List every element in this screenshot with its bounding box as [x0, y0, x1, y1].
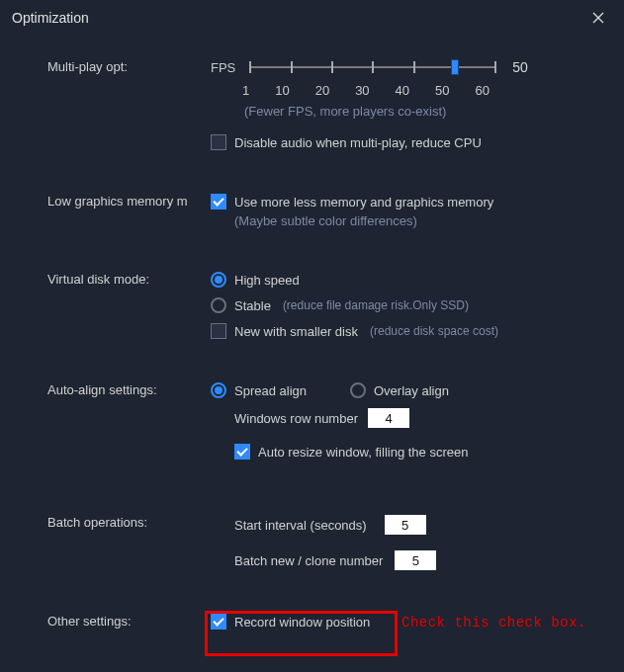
vdisk-high-radio[interactable]: High speed — [211, 272, 614, 288]
titlebar: Optimization — [0, 0, 624, 36]
checkbox-icon[interactable] — [211, 614, 226, 630]
vdisk-newsmall-hint: (reduce disk space cost) — [370, 324, 498, 338]
lowgfx-section: Low graphics memory m Use more less memo… — [47, 194, 614, 228]
align-section: Auto-align settings: Spread align Overla… — [47, 382, 614, 460]
lowgfx-hint: (Maybe subtle color differences) — [234, 213, 614, 228]
record-position-label: Record window position — [234, 615, 370, 630]
radio-icon[interactable] — [350, 382, 366, 398]
align-spread-radio[interactable]: Spread align — [211, 382, 307, 398]
vdisk-newsmall-checkbox[interactable]: New with smaller disk (reduce disk space… — [211, 323, 614, 339]
batch-label: Batch operations: — [47, 515, 211, 530]
radio-icon[interactable] — [211, 297, 226, 313]
other-label: Other settings: — [47, 614, 211, 629]
lowgfx-checkbox[interactable]: Use more less memory and graphics memory — [211, 194, 614, 210]
checkbox-icon[interactable] — [211, 134, 226, 150]
autoresize-checkbox[interactable]: Auto resize window, filling the screen — [234, 444, 614, 460]
align-label: Auto-align settings: — [47, 382, 211, 397]
radio-icon[interactable] — [211, 272, 226, 288]
window-title: Optimization — [12, 10, 584, 26]
align-overlay-label: Overlay align — [374, 383, 449, 398]
vdisk-stable-label: Stable — [234, 298, 271, 313]
checkbox-icon[interactable] — [211, 194, 226, 210]
batch-clone-label: Batch new / clone number — [234, 553, 383, 568]
disable-audio-label: Disable audio when multi-play, reduce CP… — [234, 135, 482, 150]
vdisk-section: Virtual disk mode: High speed Stable (re… — [47, 272, 614, 339]
record-position-checkbox[interactable]: Record window position — [211, 614, 614, 630]
multiplay-label: Multi-play opt: — [47, 59, 211, 74]
vdisk-newsmall-label: New with smaller disk — [234, 324, 358, 339]
multiplay-section: Multi-play opt: FPS 50 1 10 20 30 40 — [47, 59, 614, 150]
close-icon[interactable] — [584, 4, 612, 32]
fps-tick-6: 60 — [475, 83, 489, 98]
fps-tick-5: 50 — [435, 83, 449, 98]
batch-start-input[interactable]: 5 — [385, 515, 426, 535]
rownum-input[interactable]: 4 — [368, 408, 409, 428]
checkbox-icon[interactable] — [234, 444, 250, 460]
content: Multi-play opt: FPS 50 1 10 20 30 40 — [0, 36, 624, 639]
fps-slider[interactable] — [249, 66, 496, 68]
fps-tick-0: 1 — [242, 83, 249, 98]
vdisk-stable-radio[interactable]: Stable (reduce file damage risk.Only SSD… — [211, 297, 614, 313]
rownum-label: Windows row number — [234, 411, 358, 426]
batch-clone-input[interactable]: 5 — [395, 550, 436, 570]
fps-value: 50 — [512, 59, 528, 75]
autoresize-label: Auto resize window, filling the screen — [258, 445, 468, 460]
fps-slider-handle[interactable] — [451, 59, 459, 75]
vdisk-label: Virtual disk mode: — [47, 272, 211, 287]
fps-tick-1: 10 — [275, 83, 289, 98]
batch-section: Batch operations: Start interval (second… — [47, 515, 614, 570]
align-overlay-radio[interactable]: Overlay align — [350, 382, 449, 398]
fps-tick-3: 30 — [355, 83, 369, 98]
checkbox-icon[interactable] — [211, 323, 226, 339]
lowgfx-cb-label: Use more less memory and graphics memory — [234, 195, 493, 210]
fps-tick-2: 20 — [315, 83, 329, 98]
batch-start-label: Start interval (seconds) — [234, 518, 367, 533]
lowgfx-label: Low graphics memory m — [47, 194, 211, 209]
vdisk-high-label: High speed — [234, 273, 300, 288]
radio-icon[interactable] — [211, 382, 226, 398]
vdisk-stable-hint: (reduce file damage risk.Only SSD) — [283, 298, 469, 312]
fps-hint: (Fewer FPS, more players co-exist) — [244, 104, 614, 119]
other-section: Other settings: Record window position — [47, 614, 614, 630]
align-spread-label: Spread align — [234, 383, 307, 398]
disable-audio-checkbox[interactable]: Disable audio when multi-play, reduce CP… — [211, 134, 614, 150]
fps-tick-4: 40 — [396, 83, 409, 98]
fps-prefix: FPS — [211, 60, 235, 75]
